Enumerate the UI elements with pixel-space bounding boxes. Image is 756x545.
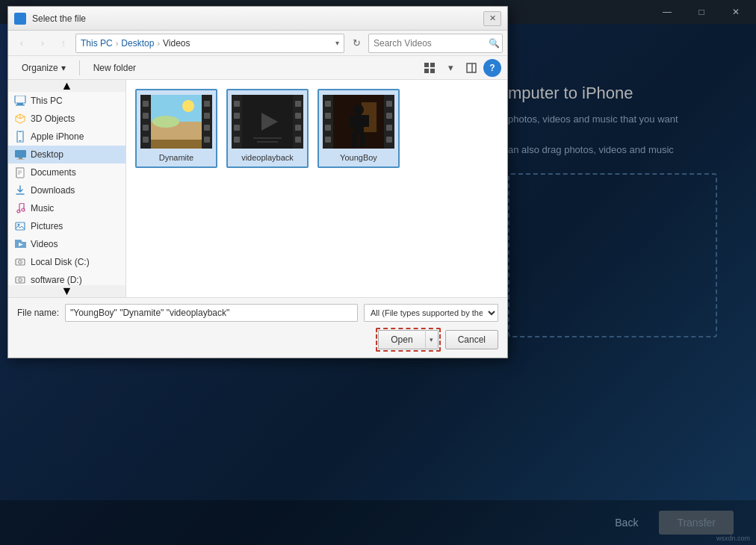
sidebar-item-pictures[interactable]: Pictures [8, 217, 126, 235]
sidebar-item-music[interactable]: Music [8, 199, 126, 217]
dialog-title-text: Select the file [32, 13, 477, 24]
nav-forward-button[interactable]: › [34, 34, 52, 52]
svg-rect-52 [350, 115, 355, 127]
film-hole [234, 137, 240, 143]
cancel-button[interactable]: Cancel [445, 330, 498, 349]
svg-line-11 [20, 116, 25, 119]
film-hole [204, 137, 210, 143]
video-folder-icon [14, 238, 26, 250]
film-hole [143, 137, 149, 143]
sidebar-disk-c-label: Local Disk (C:) [31, 257, 90, 267]
file-thumb-videoplayback[interactable]: videoplayback [226, 89, 309, 168]
sidebar-music-label: Music [31, 203, 54, 214]
nav-up-button[interactable]: ↑ [55, 34, 72, 52]
sidebar-item-videos[interactable]: Videos [8, 235, 126, 253]
breadcrumb-sep-2: › [157, 39, 160, 48]
film-hole [386, 101, 392, 107]
organize-label: Organize [22, 63, 58, 73]
file-area[interactable]: Dynamite [126, 80, 507, 297]
file-name-videoplayback: videoplayback [241, 153, 294, 162]
organize-arrow: ▾ [61, 63, 66, 73]
sidebar-item-documents[interactable]: Documents [8, 164, 126, 181]
nav-back-button[interactable]: ‹ [13, 34, 31, 52]
film-hole [204, 113, 210, 119]
breadcrumb-desktop[interactable]: Desktop [121, 38, 154, 49]
music-icon [14, 202, 26, 214]
svg-rect-54 [352, 134, 357, 147]
filename-input[interactable] [65, 304, 358, 322]
file-thumb-youngboy[interactable]: YoungBoy [317, 89, 400, 168]
disk-d-icon [14, 274, 26, 286]
pictures-icon [14, 220, 26, 232]
svg-rect-55 [360, 134, 365, 147]
dialog-titlebar: Select the file ✕ [8, 7, 507, 31]
film-hole [295, 101, 301, 107]
svg-rect-27 [16, 222, 25, 230]
sidebar-software-d-label: software (D:) [31, 275, 82, 285]
film-hole [386, 113, 392, 119]
svg-rect-4 [467, 63, 476, 72]
desktop-icon [14, 149, 26, 161]
videoplayback-thumb-content [242, 95, 293, 149]
sidebar-item-downloads[interactable]: Downloads [8, 181, 126, 199]
svg-rect-16 [15, 150, 26, 158]
file-thumb-dynamite[interactable]: Dynamite [135, 89, 217, 168]
dynamite-thumbnail [140, 95, 212, 149]
youngboy-thumbnail [323, 95, 394, 149]
view-change-button[interactable] [421, 59, 439, 77]
film-strip-left-youngboy [323, 95, 333, 149]
sidebar: ▲ This PC [8, 80, 126, 297]
film-hole [325, 113, 331, 119]
film-hole [143, 125, 149, 131]
new-folder-button[interactable]: New folder [86, 59, 143, 77]
help-button[interactable]: ? [483, 59, 501, 77]
film-hole [143, 113, 149, 119]
dialog-footer: File name: All (File types supported by … [8, 297, 507, 358]
svg-rect-51 [353, 115, 364, 134]
sidebar-item-apple-iphone[interactable]: Apple iPhone [8, 128, 126, 146]
videoplayback-thumbnail [232, 95, 303, 149]
phone-icon [14, 131, 26, 143]
documents-icon [14, 166, 26, 178]
film-strip-right-youngboy [384, 95, 394, 149]
view-dropdown-button[interactable]: ▾ [441, 59, 459, 77]
film-hole [204, 125, 210, 131]
sidebar-scroll-down[interactable]: ▼ [8, 285, 126, 297]
organize-button[interactable]: Organize ▾ [14, 59, 73, 77]
open-btn-wrapper: Open ▾ [376, 328, 440, 352]
sidebar-item-desktop[interactable]: Desktop [8, 146, 126, 164]
sidebar-item-this-pc[interactable]: This PC [8, 92, 126, 110]
breadcrumb-this-pc[interactable]: This PC [81, 38, 113, 49]
breadcrumb: This PC › Desktop › Videos ▾ [75, 34, 344, 53]
search-input[interactable] [374, 38, 486, 49]
dialog-icon [14, 13, 26, 25]
sidebar-videos-label: Videos [31, 239, 58, 249]
svg-point-32 [19, 261, 21, 263]
film-hole [325, 101, 331, 107]
sidebar-item-3d-objects[interactable]: 3D Objects [8, 110, 126, 128]
sidebar-scroll-up[interactable]: ▲ [8, 80, 126, 92]
sidebar-desktop-label: Desktop [31, 149, 63, 160]
sidebar-3d-objects-label: 3D Objects [31, 113, 75, 124]
film-hole [386, 137, 392, 143]
svg-point-28 [18, 224, 20, 226]
svg-point-50 [353, 105, 364, 115]
film-strip-left-dynamite [140, 95, 151, 149]
svg-rect-43 [151, 140, 202, 149]
open-dropdown-button[interactable]: ▾ [425, 330, 439, 349]
breadcrumb-videos: Videos [163, 38, 190, 49]
sidebar-this-pc-label: This PC [31, 96, 63, 106]
file-name-dynamite: Dynamite [159, 153, 193, 162]
preview-pane-button[interactable] [462, 59, 480, 77]
dialog-close-button[interactable]: ✕ [483, 11, 501, 26]
sidebar-item-local-disk-c[interactable]: Local Disk (C:) [8, 253, 126, 271]
refresh-button[interactable]: ↻ [347, 34, 365, 52]
open-button[interactable]: Open [378, 330, 424, 349]
breadcrumb-dropdown-arrow[interactable]: ▾ [335, 39, 339, 47]
film-hole [325, 125, 331, 131]
svg-rect-6 [15, 96, 25, 103]
film-strip-right-videoplayback [293, 95, 303, 149]
filetype-select[interactable]: All (File types supported by the [364, 304, 498, 322]
film-hole [204, 101, 210, 107]
svg-rect-1 [430, 63, 435, 67]
